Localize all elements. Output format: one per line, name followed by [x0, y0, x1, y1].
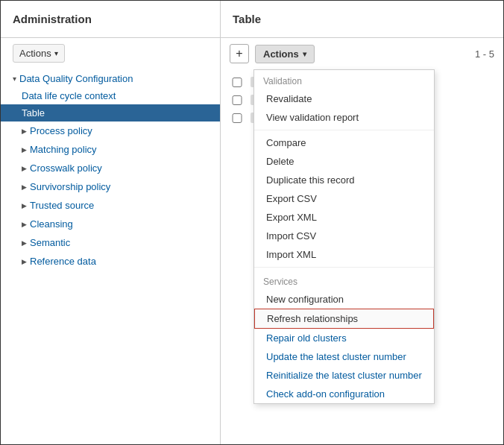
row-checkbox[interactable]	[230, 95, 245, 105]
tri-icon: ▶	[22, 165, 27, 172]
sidebar-item-reference-data[interactable]: ▶ Reference data	[1, 252, 220, 271]
row-checkbox[interactable]	[230, 113, 245, 123]
section-label-validation: Validation	[254, 70, 434, 89]
sidebar-item-trusted-source[interactable]: ▶ Trusted source	[1, 196, 220, 215]
sidebar-item-cleansing[interactable]: ▶ Cleansing	[1, 215, 220, 233]
sidebar: Actions ▾ ▾ Data Quality Configuration D…	[1, 38, 221, 444]
app-layout: Administration Table Actions ▾ ▾ Data Qu…	[1, 1, 503, 444]
tri-icon: ▶	[22, 183, 27, 191]
pagination-label: 1 - 5	[475, 48, 494, 60]
menu-item-compare[interactable]: Compare	[254, 133, 434, 152]
sidebar-item-semantic[interactable]: ▶ Semantic	[1, 233, 220, 252]
sidebar-item-crosswalk-policy[interactable]: ▶ Crosswalk policy	[1, 159, 220, 177]
menu-item-export-xml[interactable]: Export XML	[254, 208, 434, 227]
tri-icon: ▶	[22, 258, 27, 265]
menu-item-refresh-relationships[interactable]: Refresh relationships	[254, 309, 434, 329]
menu-item-repair-old-clusters[interactable]: Repair old clusters	[254, 329, 434, 347]
menu-item-export-csv[interactable]: Export CSV	[254, 189, 434, 208]
menu-item-delete[interactable]: Delete	[254, 152, 434, 171]
sidebar-item-process-policy[interactable]: ▶ Process policy	[1, 121, 220, 140]
actions-label: Actions	[263, 48, 299, 60]
actions-dropdown-menu: Validation Revalidate View validation re…	[253, 69, 435, 404]
sidebar-actions-label: Actions	[19, 48, 51, 59]
menu-item-duplicate-record[interactable]: Duplicate this record	[254, 171, 434, 189]
menu-item-update-latest-cluster[interactable]: Update the latest cluster number	[254, 347, 434, 366]
nav-group-label-text: Data Quality Configuration	[19, 73, 133, 84]
table-title: Table	[233, 13, 261, 25]
sidebar-actions-caret: ▾	[54, 49, 58, 57]
menu-item-reinitialize-latest-cluster[interactable]: Reinitialize the latest cluster number	[254, 366, 434, 385]
divider	[254, 130, 434, 130]
row-checkbox[interactable]	[230, 78, 245, 87]
tri-icon: ▶	[22, 221, 27, 228]
add-button[interactable]: +	[230, 44, 249, 63]
main-content: Actions ▾ ▾ Data Quality Configuration D…	[1, 38, 503, 444]
tri-icon: ▶	[22, 239, 27, 247]
section-label-services: Services	[254, 271, 434, 290]
sidebar-item-data-life-cycle-context[interactable]: Data life cycle context	[1, 87, 220, 104]
table-toolbar: + Actions ▾ 1 - 5	[221, 38, 503, 69]
sidebar-actions-button[interactable]: Actions ▾	[13, 44, 65, 63]
nav-group-caret: ▾	[13, 75, 16, 83]
sidebar-item-matching-policy[interactable]: ▶ Matching policy	[1, 140, 220, 159]
menu-item-new-configuration[interactable]: New configuration	[254, 290, 434, 309]
plus-icon: +	[236, 47, 242, 60]
header-row: Administration Table	[1, 1, 503, 38]
tri-icon: ▶	[22, 127, 27, 135]
tri-icon: ▶	[22, 146, 27, 154]
actions-dropdown-button[interactable]: Actions ▾	[255, 45, 315, 63]
menu-item-revalidate[interactable]: Revalidate	[254, 89, 434, 108]
right-panel: + Actions ▾ 1 - 5	[221, 38, 503, 444]
admin-header: Administration	[1, 1, 221, 37]
nav-group-data-quality[interactable]: ▾ Data Quality Configuration	[1, 70, 220, 87]
sidebar-item-survivorship-policy[interactable]: ▶ Survivorship policy	[1, 177, 220, 196]
menu-item-import-csv[interactable]: Import CSV	[254, 227, 434, 245]
table-header: Table	[221, 1, 503, 37]
sidebar-item-table[interactable]: Table	[1, 104, 220, 121]
actions-caret: ▾	[303, 50, 306, 58]
sidebar-nav: ▾ Data Quality Configuration Data life c…	[1, 70, 220, 278]
tri-icon: ▶	[22, 202, 27, 209]
menu-item-view-validation-report[interactable]: View validation report	[254, 108, 434, 127]
divider	[254, 267, 434, 268]
menu-item-import-xml[interactable]: Import XML	[254, 245, 434, 264]
menu-item-check-addon-config[interactable]: Check add-on configuration	[254, 385, 434, 403]
admin-title: Administration	[13, 13, 92, 25]
